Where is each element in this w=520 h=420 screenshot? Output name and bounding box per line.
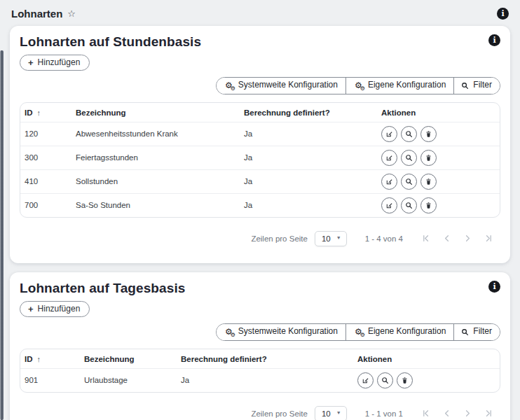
next-page-button[interactable] [463, 409, 472, 418]
cell-id: 901 [20, 370, 80, 391]
delete-button[interactable] [420, 150, 437, 166]
search-icon [405, 178, 413, 186]
view-button[interactable] [401, 197, 417, 214]
chevron-left-icon [442, 234, 451, 243]
card-info-icon[interactable]: i [488, 34, 500, 46]
first-page-icon [421, 409, 430, 418]
search-icon [405, 130, 413, 138]
column-header-bezeichnung: Bezeichnung [80, 349, 177, 368]
search-icon [381, 377, 389, 384]
table-row: 901 Urlaubstage Ja [20, 368, 500, 392]
view-button[interactable] [401, 174, 417, 190]
table-row: 120 Abwesenheitsstunden Krank Ja [20, 122, 500, 146]
previous-page-button[interactable] [442, 409, 451, 418]
add-button-label: Hinzufügen [38, 57, 81, 67]
first-page-button[interactable] [421, 409, 430, 418]
edit-button[interactable] [381, 197, 397, 214]
cell-berechnung: Ja [240, 124, 377, 144]
sort-asc-icon: ↑ [37, 108, 41, 117]
cell-bezeichnung: Sollstunden [71, 172, 240, 192]
table-row: 410 Sollstunden Ja [20, 169, 500, 193]
rows-per-page-label: Zeilen pro Seite [251, 234, 308, 243]
cell-berechnung: Ja [177, 370, 353, 391]
edit-button[interactable] [381, 150, 397, 166]
add-button[interactable]: + Hinzufügen [20, 301, 90, 317]
cell-bezeichnung: Sa-So Stunden [71, 195, 240, 216]
cell-bezeichnung: Feiertagsstunden [71, 148, 240, 168]
plus-icon: + [28, 304, 34, 314]
chevron-right-icon [463, 409, 472, 418]
delete-button[interactable] [420, 126, 437, 142]
left-scrollbar[interactable] [0, 50, 4, 420]
trash-icon [425, 178, 432, 186]
systemwide-config-label: Systemweite Konfiguration [238, 80, 338, 91]
cell-berechnung: Ja [240, 148, 377, 168]
edit-icon [385, 178, 393, 186]
favorite-star-icon[interactable]: ☆ [67, 9, 76, 18]
table-tagesbasis: ID ↑ Bezeichnung Berechnung definiert? A… [20, 349, 500, 393]
cell-id: 120 [20, 124, 71, 144]
cell-berechnung: Ja [240, 195, 377, 216]
delete-button[interactable] [420, 174, 437, 190]
view-button[interactable] [401, 150, 417, 166]
first-page-button[interactable] [421, 234, 430, 243]
edit-button[interactable] [357, 372, 374, 388]
edit-button[interactable] [381, 126, 397, 142]
gears-icon: ⚙⚙ [353, 81, 364, 90]
cell-bezeichnung: Urlaubstage [80, 370, 177, 391]
page-title: Lohnarten [11, 8, 62, 20]
rows-per-page-value: 10 [322, 410, 331, 418]
search-icon [461, 82, 469, 90]
systemwide-config-button[interactable]: ⚙⚙ Systemweite Konfiguration [217, 324, 345, 340]
chevron-right-icon [463, 234, 472, 243]
filter-button[interactable]: Filter [453, 324, 500, 340]
column-header-id[interactable]: ID ↑ [20, 103, 71, 122]
sort-asc-icon: ↑ [37, 355, 41, 363]
column-header-berechnung: Berechnung definiert? [240, 103, 377, 122]
card-info-icon[interactable]: i [488, 281, 500, 293]
column-header-berechnung: Berechnung definiert? [177, 349, 353, 368]
column-header-aktionen: Aktionen [353, 349, 500, 368]
own-config-button[interactable]: ⚙⚙ Eigene Konfiguration [345, 324, 453, 340]
table-row: 700 Sa-So Stunden Ja [20, 193, 500, 217]
column-header-id[interactable]: ID ↑ [20, 349, 80, 368]
delete-button[interactable] [397, 372, 413, 388]
caret-down-icon: ▼ [336, 410, 341, 415]
cell-bezeichnung: Abwesenheitsstunden Krank [71, 124, 240, 144]
first-page-icon [421, 234, 430, 243]
rows-per-page-select[interactable]: 10 ▼ [315, 231, 347, 246]
gears-icon: ⚙⚙ [224, 81, 234, 90]
own-config-label: Eigene Konfiguration [368, 326, 446, 337]
view-button[interactable] [401, 126, 417, 142]
page-info-icon[interactable]: i [497, 8, 509, 20]
pagination-range: 1 - 1 von 1 [365, 410, 403, 418]
view-button[interactable] [377, 372, 393, 388]
trash-icon [401, 377, 409, 384]
search-icon [461, 328, 469, 336]
own-config-button[interactable]: ⚙⚙ Eigene Konfiguration [345, 78, 453, 94]
plus-icon: + [28, 58, 34, 67]
delete-button[interactable] [420, 197, 437, 214]
add-button[interactable]: + Hinzufügen [20, 55, 90, 71]
edit-button[interactable] [381, 174, 397, 190]
edit-icon [385, 130, 393, 138]
chevron-left-icon [442, 409, 451, 418]
previous-page-button[interactable] [442, 234, 451, 243]
rows-per-page-label: Zeilen pro Seite [251, 410, 308, 418]
pagination-range: 1 - 4 von 4 [365, 234, 403, 243]
filter-button[interactable]: Filter [453, 78, 500, 94]
card-title: Lohnarten auf Tagesbasis [20, 281, 185, 296]
last-page-button[interactable] [484, 409, 493, 418]
last-page-button[interactable] [484, 234, 493, 243]
filter-label: Filter [473, 326, 492, 337]
next-page-button[interactable] [463, 234, 472, 243]
gears-icon: ⚙⚙ [353, 328, 364, 336]
rows-per-page-select[interactable]: 10 ▼ [315, 406, 347, 420]
config-button-group: ⚙⚙ Systemweite Konfiguration ⚙⚙ Eigene K… [216, 77, 500, 94]
filter-label: Filter [473, 80, 492, 91]
trash-icon [425, 154, 432, 162]
systemwide-config-button[interactable]: ⚙⚙ Systemweite Konfiguration [217, 78, 345, 94]
cell-id: 410 [20, 172, 71, 192]
caret-down-icon: ▼ [336, 235, 341, 240]
search-icon [405, 202, 413, 209]
